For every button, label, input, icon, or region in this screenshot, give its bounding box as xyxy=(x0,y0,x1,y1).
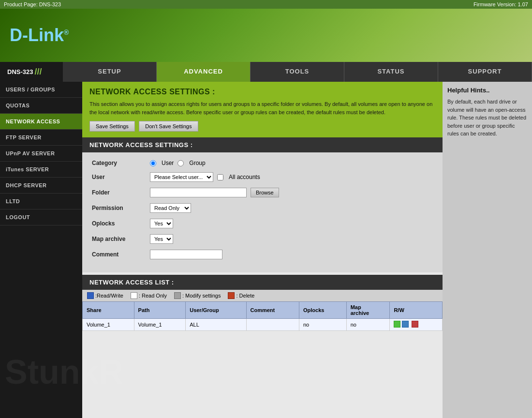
hints-panel: Helpful Hints.. By default, each hard dr… xyxy=(443,82,532,418)
col-share: Share xyxy=(83,302,134,319)
brand-label: DNS-323 xyxy=(7,68,33,75)
map-archive-select[interactable]: Yes No xyxy=(150,234,173,244)
map-archive-row: Map archive Yes No xyxy=(92,234,433,244)
table-row: Volume_1 Volume_1 ALL no no xyxy=(83,319,443,331)
logo-text: D-Link xyxy=(10,25,64,45)
browse-button[interactable]: Browse xyxy=(251,188,279,197)
comment-controls xyxy=(150,250,222,259)
map-archive-label: Map archive xyxy=(92,236,150,242)
col-map-archive: Maparchive xyxy=(346,302,390,319)
sidebar-item-network-access[interactable]: NETWORK ACCESS xyxy=(0,114,82,130)
category-row: Category User Group xyxy=(92,160,433,166)
permission-select[interactable]: Read Only Read/Write xyxy=(150,203,191,213)
edit-icon[interactable] xyxy=(402,321,409,328)
form-section-header: NETWORK ACCESS SETTINGS : xyxy=(82,137,443,152)
tab-tools[interactable]: TOOLS xyxy=(251,62,344,82)
legend-read-write-label: :Read/Write xyxy=(95,293,123,299)
sidebar-item-logout[interactable]: LOGOUT xyxy=(0,209,82,225)
cell-rw xyxy=(390,319,443,331)
sidebar-item-lltd[interactable]: LLTD xyxy=(0,194,82,209)
user-controls: Please Select user... All accounts xyxy=(150,172,260,182)
chk-blue-icon xyxy=(87,292,94,299)
cell-path: Volume_1 xyxy=(134,319,186,331)
top-bar: Product Page: DNS-323 Firmware Version: … xyxy=(0,0,532,9)
col-path: Path xyxy=(134,302,186,319)
logo-trademark: ® xyxy=(64,29,69,36)
permission-row: Permission Read Only Read/Write xyxy=(92,203,433,213)
hints-title: Helpful Hints.. xyxy=(447,87,527,94)
save-settings-button[interactable]: Save Settings xyxy=(89,121,135,132)
info-banner-title: NETWORK ACCESS SETTINGS : xyxy=(89,88,435,96)
comment-label: Comment xyxy=(92,251,150,258)
legend-read-only-label: : Read Only xyxy=(139,293,167,299)
brand-tab: DNS-323 /// xyxy=(0,62,63,82)
comment-input[interactable] xyxy=(150,250,222,259)
brand-slashes: /// xyxy=(34,67,42,77)
sidebar-item-ftp-server[interactable]: FTP SERVER xyxy=(0,130,82,146)
legend-modify-label: : Modify settings xyxy=(182,293,221,299)
product-page-label: Product Page: DNS-323 xyxy=(4,1,61,7)
group-radio[interactable] xyxy=(177,160,184,166)
nav-tabs: DNS-323 /// SETUP ADVANCED TOOLS STATUS … xyxy=(0,62,532,82)
cell-share: Volume_1 xyxy=(83,319,134,331)
list-section: NETWORK ACCESS LIST : :Read/Write : Read… xyxy=(82,275,443,331)
firmware-version-label: Firmware Version: 1.07 xyxy=(473,1,528,7)
folder-row: Folder Browse xyxy=(92,188,433,197)
folder-label: Folder xyxy=(92,189,150,196)
hints-text: By default, each hard drive or volume wi… xyxy=(447,98,527,138)
oplocks-select[interactable]: Yes No xyxy=(150,219,173,228)
tab-support[interactable]: SUPPORT xyxy=(438,62,532,82)
info-banner-description: This section allows you to assign access… xyxy=(89,100,435,116)
cell-oplocks: no xyxy=(299,319,347,331)
trash-icon xyxy=(228,292,235,299)
user-radio[interactable] xyxy=(150,160,156,166)
right-panel: NETWORK ACCESS SETTINGS : This section a… xyxy=(82,82,532,418)
user-radio-label: User xyxy=(162,160,174,166)
chk-gray-icon xyxy=(174,292,181,299)
legend-modify-settings: : Modify settings xyxy=(174,292,221,299)
oplocks-controls: Yes No xyxy=(150,219,173,228)
sidebar-item-users-groups[interactable]: USERS / GROUPS xyxy=(0,82,82,98)
legend-read-only: : Read Only xyxy=(131,292,167,299)
tab-status[interactable]: STATUS xyxy=(344,62,438,82)
category-label: Category xyxy=(92,160,150,166)
col-rw: R/W xyxy=(390,302,443,319)
sidebar-item-dhcp-server[interactable]: DHCP SERVER xyxy=(0,178,82,194)
permission-controls: Read Only Read/Write xyxy=(150,203,191,213)
user-select[interactable]: Please Select user... xyxy=(150,172,213,182)
user-row: User Please Select user... All accounts xyxy=(92,172,433,182)
folder-controls: Browse xyxy=(150,188,279,197)
logo: D-Link® xyxy=(10,25,69,45)
folder-input[interactable] xyxy=(150,188,247,197)
rw-check-icon[interactable] xyxy=(394,321,400,328)
sidebar-item-itunes-server[interactable]: iTunes SERVER xyxy=(0,162,82,178)
group-radio-label: Group xyxy=(189,160,205,166)
header: D-Link® xyxy=(0,9,532,62)
cell-map-archive: no xyxy=(346,319,390,331)
delete-icon[interactable] xyxy=(412,321,418,328)
user-label: User xyxy=(92,174,150,180)
table-header-row: Share Path User/Group Comment Oplocks Ma… xyxy=(83,302,443,319)
access-list-table: Share Path User/Group Comment Oplocks Ma… xyxy=(82,301,443,331)
tab-advanced[interactable]: ADVANCED xyxy=(157,62,251,82)
col-oplocks: Oplocks xyxy=(299,302,347,319)
dont-save-settings-button[interactable]: Don't Save Settings xyxy=(139,121,198,132)
sidebar: USERS / GROUPS QUOTAS NETWORK ACCESS FTP… xyxy=(0,82,82,418)
chk-white-icon xyxy=(131,292,137,299)
info-banner-buttons: Save Settings Don't Save Settings xyxy=(89,121,435,132)
main-layout: USERS / GROUPS QUOTAS NETWORK ACCESS FTP… xyxy=(0,82,532,418)
all-accounts-checkbox[interactable] xyxy=(217,174,223,180)
form-area: Category User Group User Please Select u… xyxy=(82,152,443,272)
tab-setup[interactable]: SETUP xyxy=(63,62,157,82)
legend-row: :Read/Write : Read Only : Modify setting… xyxy=(82,290,443,301)
comment-row: Comment xyxy=(92,250,433,259)
permission-label: Permission xyxy=(92,205,150,211)
info-banner: NETWORK ACCESS SETTINGS : This section a… xyxy=(82,82,443,137)
legend-delete: : Delete xyxy=(228,292,254,299)
col-user-group: User/Group xyxy=(186,302,246,319)
cell-user-group: ALL xyxy=(186,319,246,331)
content: NETWORK ACCESS SETTINGS : This section a… xyxy=(82,82,443,418)
cell-comment xyxy=(246,319,299,331)
sidebar-item-quotas[interactable]: QUOTAS xyxy=(0,98,82,114)
sidebar-item-upnp-av-server[interactable]: UPnP AV SERVER xyxy=(0,146,82,162)
